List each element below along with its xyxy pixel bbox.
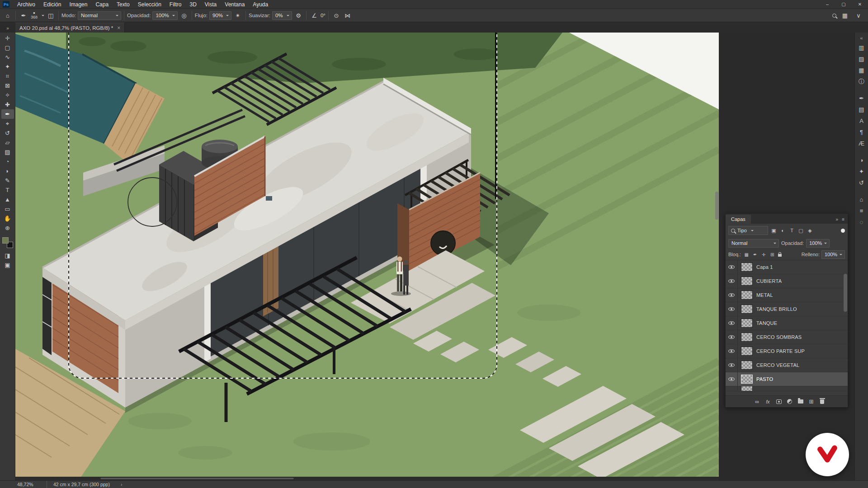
pressure-opacity-icon[interactable]: ◎ xyxy=(179,10,189,20)
mode-select[interactable]: Normal xyxy=(78,11,121,20)
angle-value[interactable]: 0° xyxy=(321,13,326,18)
blend-mode-select[interactable]: Normal xyxy=(728,239,779,248)
paragraph-panel-icon[interactable]: ¶ xyxy=(856,127,868,138)
filter-toggle[interactable] xyxy=(841,229,845,233)
marquee-tool[interactable]: ▢ xyxy=(1,43,14,52)
menu-ventana[interactable]: Ventana xyxy=(221,0,249,9)
columns-panel-icon[interactable]: ▥ xyxy=(856,42,868,53)
panel-collapse-icon[interactable]: » xyxy=(836,217,839,222)
canvas[interactable] xyxy=(15,33,719,480)
workspace-switcher-icon[interactable]: ▦ xyxy=(840,10,850,20)
menu-capa[interactable]: Capa xyxy=(91,0,113,9)
layer-thumbnail[interactable] xyxy=(741,277,753,286)
tool-preset-icon[interactable]: ✒ xyxy=(19,10,28,20)
move-tool[interactable]: ✛ xyxy=(1,33,14,43)
visibility-toggle[interactable] xyxy=(726,260,738,274)
frame-tool[interactable]: ⊠ xyxy=(1,81,14,90)
home-icon[interactable]: ⌂ xyxy=(3,10,13,20)
quick-mask-icon[interactable]: ◨ xyxy=(1,251,14,260)
layer-thumbnail[interactable] xyxy=(741,347,753,356)
layers-panel-tab[interactable]: Capas xyxy=(726,215,751,224)
link-layers-icon[interactable]: ∞ xyxy=(754,399,760,405)
menu-edición[interactable]: Edición xyxy=(39,0,65,9)
foreground-color-swatch[interactable] xyxy=(2,237,9,244)
layer-thumbnail[interactable] xyxy=(741,319,753,328)
lock-position-icon[interactable]: ✛ xyxy=(760,251,767,258)
visibility-toggle[interactable] xyxy=(726,316,738,330)
layer-row[interactable]: Capa 1 xyxy=(726,260,848,274)
styles-panel-icon[interactable]: ✦ xyxy=(856,166,868,177)
patterns-panel-icon[interactable]: ▦ xyxy=(856,65,868,76)
shape-tool[interactable]: ▭ xyxy=(1,204,14,214)
expand-panels-icon[interactable]: « xyxy=(856,34,868,42)
layer-row[interactable]: CUBIERTA xyxy=(726,274,848,288)
filter-type-select[interactable]: Tipo xyxy=(728,226,768,235)
glyphs-panel-icon[interactable]: Æ xyxy=(856,138,868,149)
history-brush-tool[interactable]: ↺ xyxy=(1,128,14,138)
canvas-horizontal-scrollbar[interactable] xyxy=(15,477,719,480)
menu-imagen[interactable]: Imagen xyxy=(65,0,91,9)
adjustment-layer-icon[interactable] xyxy=(787,399,793,404)
lock-pixels-icon[interactable]: ✒ xyxy=(751,251,759,258)
visibility-toggle[interactable] xyxy=(726,344,738,358)
airbrush-icon[interactable]: ✴ xyxy=(233,10,243,20)
dodge-tool[interactable]: ◗ xyxy=(1,166,14,176)
lasso-tool[interactable]: ∿ xyxy=(1,52,14,62)
menu-ayuda[interactable]: Ayuda xyxy=(249,0,272,9)
menu-filtro[interactable]: Filtro xyxy=(165,0,186,9)
visibility-toggle[interactable] xyxy=(726,288,738,302)
zoom-tool[interactable]: ⊕ xyxy=(1,223,14,233)
layer-row[interactable]: CERCO VEGETAL xyxy=(726,358,848,372)
layer-thumbnail[interactable] xyxy=(741,305,753,314)
smoothing-select[interactable]: 0% xyxy=(272,11,292,20)
info-panel-icon[interactable]: ⓘ xyxy=(856,76,868,87)
toolbar-collapse-icon[interactable]: » xyxy=(0,26,15,33)
document-tab[interactable]: AXO 20.psd al 48,7% (PASTO, RGB/8) * × xyxy=(15,23,125,33)
filter-shape-layers-icon[interactable]: ▢ xyxy=(797,226,805,235)
blur-tool[interactable]: ◔ xyxy=(1,157,14,166)
layer-row[interactable]: METAL xyxy=(726,288,848,302)
chevron-down-icon[interactable]: ∨ xyxy=(854,10,863,20)
character-panel-icon[interactable]: A xyxy=(856,115,868,127)
close-icon[interactable]: ✕ xyxy=(852,0,868,9)
layer-fill-select[interactable]: 100% xyxy=(821,250,845,259)
adjustments-panel-icon[interactable]: ◑ xyxy=(856,155,868,166)
hand-tool[interactable]: ✋ xyxy=(1,214,14,223)
layer-row[interactable]: TANQUE BRILLO xyxy=(726,302,848,316)
layer-thumbnail[interactable] xyxy=(741,263,753,272)
healing-brush-tool[interactable]: ✚ xyxy=(1,100,14,109)
filter-type-layers-icon[interactable]: T xyxy=(788,226,796,235)
layer-row[interactable]: PASTO xyxy=(726,372,848,386)
opacity-select[interactable]: 100% xyxy=(152,11,177,20)
layer-row[interactable]: CERCO SOMBRAS xyxy=(726,330,848,344)
smoothing-gear-icon[interactable]: ⚙ xyxy=(293,10,303,20)
delete-layer-icon[interactable] xyxy=(819,399,825,404)
canvas-image[interactable] xyxy=(15,33,719,480)
status-chevron-icon[interactable]: › xyxy=(121,482,123,487)
visibility-toggle[interactable] xyxy=(726,372,738,386)
gradients-panel-icon[interactable]: ▨ xyxy=(856,53,868,65)
history-panel-icon[interactable]: ↺ xyxy=(856,177,868,188)
visibility-toggle[interactable] xyxy=(726,358,738,372)
eyedropper-tool[interactable]: ✧ xyxy=(1,90,14,100)
screen-mode-icon[interactable]: ▣ xyxy=(1,260,14,270)
menu-selección[interactable]: Selección xyxy=(134,0,165,9)
pen-tool[interactable]: ✎ xyxy=(1,176,14,185)
menu-vista[interactable]: Vista xyxy=(201,0,221,9)
visibility-toggle[interactable] xyxy=(726,330,738,344)
comments-panel-icon[interactable]: ◌ xyxy=(856,216,868,228)
brush-tool[interactable]: ✒ xyxy=(1,109,14,119)
add-mask-icon[interactable] xyxy=(776,399,782,404)
menu-texto[interactable]: Texto xyxy=(113,0,134,9)
layer-effects-icon[interactable]: fx xyxy=(765,399,771,404)
lock-artboard-icon[interactable]: ⊞ xyxy=(769,251,776,258)
flow-select[interactable]: 90% xyxy=(209,11,231,20)
search-icon[interactable] xyxy=(832,14,836,18)
gradient-tool[interactable]: ▨ xyxy=(1,147,14,157)
minimize-icon[interactable]: – xyxy=(819,0,835,9)
eraser-tool[interactable]: ▱ xyxy=(1,138,14,147)
layer-thumbnail[interactable] xyxy=(741,291,753,300)
layer-thumbnail[interactable] xyxy=(741,375,753,384)
symmetry-icon[interactable]: ⋈ xyxy=(343,10,353,20)
filter-adjustment-layers-icon[interactable]: ◐ xyxy=(778,226,787,235)
